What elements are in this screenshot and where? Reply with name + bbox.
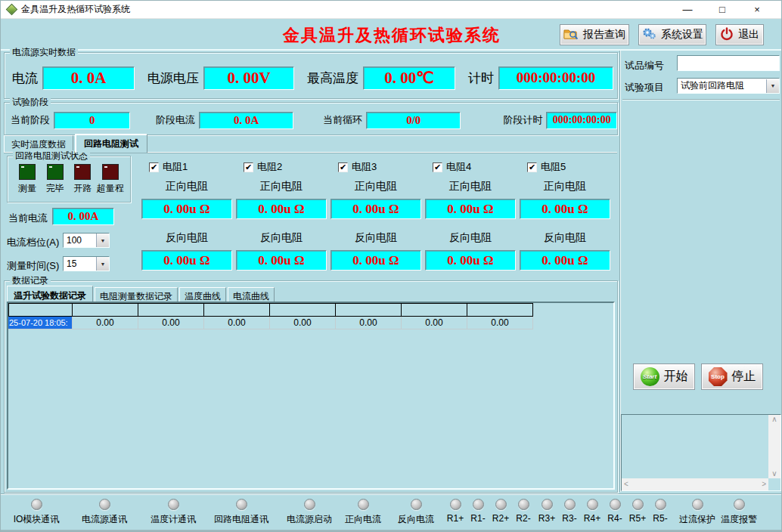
- channel-3: ✔ 电阻3 正向电阻 0. 00u Ω 反向电阻 0. 00u Ω: [330, 156, 421, 271]
- value-cell: 0.00: [467, 317, 533, 329]
- channel-2-label: 电阻2: [257, 160, 282, 174]
- status-led-reverse-current: 反向电流: [389, 499, 442, 526]
- status-led-r1-plus: R1+: [444, 499, 467, 524]
- channel-4-label: 电阻4: [446, 160, 471, 174]
- check-icon: ✔: [434, 163, 441, 172]
- reverse-resistance-label: 反向电阻: [544, 231, 586, 245]
- reverse-resistance-label: 反向电阻: [166, 231, 208, 245]
- vertical-scrollbar[interactable]: ∧ ∨: [768, 415, 780, 478]
- data-records-group: 数据记录 温升试验数据记录 电阻测量数据记录 温度曲线 电流曲线: [4, 280, 618, 493]
- channel-5-checkbox[interactable]: ✔: [527, 162, 537, 172]
- status-led-r2-plus: R2+: [489, 499, 512, 524]
- loop-current-display: 0. 00A: [52, 208, 114, 225]
- system-settings-button[interactable]: 系统设置: [638, 24, 706, 45]
- channel-5-reverse-display: 0. 00u Ω: [520, 250, 610, 271]
- report-query-button[interactable]: 报告查询: [560, 24, 629, 45]
- channel-2: ✔ 电阻2 正向电阻 0. 00u Ω 反向电阻 0. 00u Ω: [236, 156, 327, 271]
- channel-1-reverse-display: 0. 00u Ω: [141, 250, 232, 271]
- voltage-display: 0. 00V: [203, 66, 294, 90]
- status-led-io-comm: IO模块通讯: [5, 499, 68, 526]
- channel-2-forward-display: 0. 00u Ω: [236, 199, 327, 219]
- records-group-title: 数据记录: [10, 275, 51, 286]
- window-title: 金具温升及热循环试验系统: [21, 3, 130, 16]
- max-temp-display: 0. 00℃: [363, 66, 455, 90]
- close-button[interactable]: ×: [740, 1, 774, 19]
- table-row[interactable]: 25-07-20 18:05: 0.00 0.00 0.00 0.00 0.00…: [8, 317, 533, 329]
- status-led-forward-current: 正向电流: [337, 499, 389, 526]
- scroll-left-icon[interactable]: <: [624, 480, 628, 489]
- value-cell: 0.00: [402, 317, 467, 329]
- report-query-label: 报告查询: [583, 28, 625, 42]
- timestamp-cell[interactable]: 25-07-20 18:05:: [8, 317, 73, 329]
- window-bottom-edge: [1, 530, 781, 531]
- stop-icon: Stop: [709, 367, 728, 386]
- system-settings-label: 系统设置: [661, 28, 703, 42]
- channel-5: ✔ 电阻5 正向电阻 0. 00u Ω 反向电阻 0. 00u Ω: [520, 156, 610, 271]
- reverse-resistance-label: 反向电阻: [355, 231, 397, 245]
- scroll-right-icon[interactable]: >: [762, 480, 766, 489]
- realtime-group-title: 电流源实时数据: [10, 47, 78, 57]
- status-led-complete: 完毕: [42, 164, 70, 195]
- status-led-r2-minus: R2-: [512, 499, 535, 524]
- status-led-source-comm: 电流源通讯: [73, 499, 136, 526]
- value-cell: 0.00: [336, 317, 402, 329]
- value-cell: 0.00: [73, 317, 138, 329]
- measure-time-select[interactable]: 15 ▼: [63, 256, 110, 271]
- specimen-id-input[interactable]: [677, 55, 780, 71]
- current-label: 电流: [12, 70, 38, 87]
- maximize-button[interactable]: □: [705, 1, 740, 19]
- minimize-button[interactable]: —: [670, 1, 705, 19]
- channel-3-forward-display: 0. 00u Ω: [330, 199, 421, 219]
- forward-resistance-label: 正向电阻: [260, 180, 303, 193]
- led-icon: [99, 499, 110, 510]
- channel-1-checkbox[interactable]: ✔: [149, 162, 159, 172]
- start-button[interactable]: Start 开始: [633, 363, 695, 390]
- stop-button[interactable]: Stop 停止: [701, 363, 763, 390]
- tab-loop-resistance[interactable]: 回路电阻测试: [75, 134, 147, 153]
- led-icon: [734, 499, 745, 510]
- led-measure-icon: [19, 164, 36, 180]
- channel-5-label: 电阻5: [541, 160, 566, 174]
- channel-4: ✔ 电阻4 正向电阻 0. 00u Ω 反向电阻 0. 00u Ω: [425, 156, 516, 271]
- max-temp-label: 最高温度: [307, 70, 358, 87]
- status-led-open-circuit: 开路: [69, 164, 97, 195]
- timer-label: 计时: [468, 70, 494, 87]
- current-range-select[interactable]: 100 ▼: [63, 233, 110, 248]
- led-icon: [587, 499, 598, 510]
- test-project-select[interactable]: 试验前回路电阻 ▼: [677, 78, 780, 94]
- forward-resistance-label: 正向电阻: [449, 180, 492, 193]
- exit-button[interactable]: 退出: [715, 24, 764, 45]
- led-complete-icon: [47, 164, 64, 180]
- scroll-down-icon[interactable]: ∨: [771, 469, 777, 478]
- app-window: 金具温升及热循环试验系统 — □ × 金具温升及热循环试验系统 报告查询 系统设…: [0, 0, 782, 532]
- horizontal-scrollbar[interactable]: < >: [622, 478, 768, 490]
- chevron-down-icon[interactable]: ▼: [96, 257, 109, 271]
- stop-label: 停止: [732, 369, 756, 385]
- stage-label: 当前阶段: [11, 113, 50, 127]
- stage-group-title: 试验阶段: [10, 97, 51, 107]
- message-list-panel: ∧ ∨ < >: [621, 414, 781, 491]
- table-header-row: [8, 303, 533, 317]
- channel-4-checkbox[interactable]: ✔: [433, 162, 442, 172]
- led-icon: [632, 499, 644, 510]
- test-project-label: 试验项目: [625, 81, 664, 94]
- channel-4-forward-display: 0. 00u Ω: [425, 199, 516, 219]
- channel-2-reverse-display: 0. 00u Ω: [236, 250, 327, 271]
- stage-current-label: 阶段电流: [156, 113, 195, 127]
- loop-test-status-group: 回路电阻测试状态 测量 完毕 开路 超量程: [7, 156, 131, 203]
- test-stage-group: 试验阶段 当前阶段 0 阶段电流 0. 0A 当前循环 0/0 阶段计时 000…: [4, 102, 618, 135]
- cycle-display: 0/0: [366, 112, 461, 129]
- led-icon: [168, 499, 179, 510]
- channel-3-reverse-display: 0. 00u Ω: [330, 250, 421, 271]
- channel-3-checkbox[interactable]: ✔: [338, 162, 348, 172]
- folder-search-icon: [563, 28, 579, 42]
- led-over-range-icon: [102, 164, 119, 180]
- scroll-up-icon[interactable]: ∧: [771, 415, 777, 424]
- chevron-down-icon[interactable]: ▼: [766, 79, 779, 93]
- check-icon: ✔: [529, 163, 535, 172]
- channel-2-checkbox[interactable]: ✔: [244, 162, 253, 172]
- status-led-r4-plus: R4+: [581, 499, 604, 524]
- resistance-channels: ✔ 电阻1 正向电阻 0. 00u Ω 反向电阻 0. 00u Ω ✔ 电阻2 …: [141, 156, 612, 271]
- status-bar: IO模块通讯 电流源通讯 温度计通讯 回路电阻通讯 电流源启动 正向电流 反向电…: [1, 494, 781, 530]
- chevron-down-icon[interactable]: ▼: [96, 234, 109, 247]
